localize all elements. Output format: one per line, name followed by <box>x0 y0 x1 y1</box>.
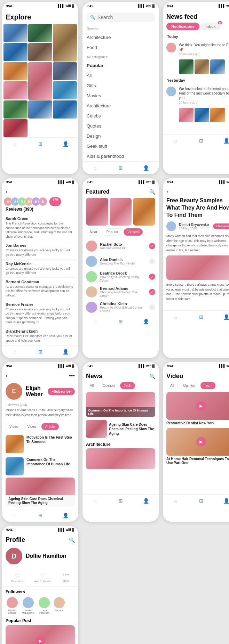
nav-home-2[interactable]: ⌂ <box>92 164 99 171</box>
back-button-elijah[interactable]: ‹ <box>6 373 7 379</box>
filter-popular[interactable]: Popular <box>103 228 122 236</box>
nav-grid-6[interactable]: ⊞ <box>198 313 205 320</box>
arch-banner[interactable] <box>86 448 155 469</box>
nav-grid-9[interactable]: ⊞ <box>198 497 205 504</box>
explore-thumb-2[interactable] <box>28 24 52 42</box>
explore-thumb-3[interactable] <box>53 24 77 62</box>
nav-grid-1[interactable]: ⊞ <box>37 140 44 147</box>
news-ageing-img[interactable] <box>86 420 107 438</box>
feed-img-6[interactable] <box>210 108 225 122</box>
search-bar[interactable]: 🔍 <box>86 13 155 22</box>
explore-thumb-13[interactable] <box>53 100 77 119</box>
nav-person-6[interactable]: 👤 <box>223 313 229 320</box>
video-filter-tech[interactable]: Tech <box>200 382 215 389</box>
news-banner-img[interactable]: Comment On The Importance Of Human Life <box>86 392 155 417</box>
video-filter-all[interactable]: All <box>166 382 178 389</box>
video-thumb-1[interactable]: ▶ <box>166 428 229 456</box>
nav-grid-7[interactable]: ⊞ <box>37 512 44 519</box>
cat-quotes[interactable]: Quotes <box>82 121 159 131</box>
nav-home-4[interactable]: ⌂ <box>11 348 18 355</box>
back-button-reviews[interactable]: ‹ <box>6 189 7 195</box>
feed-img-2[interactable] <box>195 59 209 74</box>
action-more[interactable]: ••• More <box>63 571 69 583</box>
nav-person-9[interactable]: 👤 <box>223 497 229 504</box>
nav-grid-8[interactable]: ⊞ <box>117 497 124 504</box>
video-thumb-0[interactable]: ▶ <box>166 392 229 420</box>
explore-thumb-14[interactable] <box>3 119 27 137</box>
nav-home-6[interactable]: ⌂ <box>172 313 179 320</box>
dollie-search-icon[interactable]: 🔍 <box>69 537 75 543</box>
nav-grid-2[interactable]: ⊞ <box>117 164 124 171</box>
explore-thumb-1[interactable] <box>3 24 27 42</box>
cat-architecture[interactable]: Architecture <box>82 101 159 111</box>
nav-home-5[interactable]: ⌂ <box>92 318 99 325</box>
nav-grid-5[interactable]: ⊞ <box>117 318 124 325</box>
cat-all[interactable]: All <box>82 71 159 81</box>
nav-grid-4[interactable]: ⊞ <box>37 348 44 355</box>
elijah-thumb-0[interactable] <box>6 435 24 453</box>
search-item-food[interactable]: Food <box>82 42 159 52</box>
tab-notifications[interactable]: Notifications <box>166 23 199 30</box>
nav-person-3[interactable]: 👤 <box>223 137 229 144</box>
explore-thumb-9[interactable] <box>3 81 27 99</box>
elijah-tab-article[interactable]: Article <box>41 423 59 430</box>
nav-home-8[interactable]: ⌂ <box>92 497 99 504</box>
explore-thumb-12[interactable] <box>28 100 52 119</box>
popular-post-img-1[interactable]: ▶ <box>6 625 75 644</box>
explore-thumb-8[interactable] <box>53 62 77 80</box>
featured-banner-2[interactable] <box>110 198 132 226</box>
cat-kids[interactable]: Kids & parenthood <box>82 151 159 161</box>
news-search-icon[interactable]: 🔍 <box>149 374 155 379</box>
feed-img-3[interactable] <box>210 59 225 74</box>
nav-person-8[interactable]: 👤 <box>143 497 150 504</box>
article-back[interactable]: ‹ <box>163 185 229 197</box>
cat-movies[interactable]: Movies <box>82 91 159 101</box>
nav-person-7[interactable]: 👤 <box>62 512 69 519</box>
explore-thumb-6[interactable] <box>3 62 27 80</box>
nav-person-1[interactable]: 👤 <box>62 140 69 147</box>
news-filter-all[interactable]: All <box>86 382 97 389</box>
popular-play-btn[interactable]: ▶ <box>35 636 45 644</box>
search-icon-featured[interactable]: 🔍 <box>149 189 155 195</box>
action-favorites[interactable]: ☆ Favorites <box>11 571 23 583</box>
action-add-health[interactable]: ♡ Add to Health <box>34 571 51 583</box>
search-item-architecture[interactable]: Architecture <box>82 32 159 42</box>
cat-geek[interactable]: Geek stuff <box>82 141 159 151</box>
cat-design[interactable]: Design <box>82 131 159 141</box>
nav-home-1[interactable]: ⌂ <box>11 140 18 147</box>
featured-banner-1[interactable] <box>86 198 108 226</box>
feed-img-1[interactable] <box>179 59 194 74</box>
nav-home-9[interactable]: ⌂ <box>172 497 179 504</box>
nav-person-4[interactable]: 👤 <box>62 348 69 355</box>
feed-img-5[interactable] <box>195 108 209 122</box>
nav-home-7[interactable]: ⌂ <box>11 512 18 519</box>
search-input[interactable] <box>97 15 158 20</box>
nav-person-2[interactable]: 👤 <box>143 164 150 171</box>
explore-thumb-4[interactable] <box>3 43 27 61</box>
more-button-elijah[interactable]: ••• <box>69 373 75 379</box>
elijah-tab-video1[interactable]: Video <box>6 423 22 430</box>
explore-thumb-10[interactable] <box>53 81 77 99</box>
explore-thumb-11[interactable] <box>3 100 27 119</box>
tab-inbox[interactable]: Inbox 8 <box>201 23 221 30</box>
explore-thumb-7[interactable] <box>28 62 52 100</box>
filter-near[interactable]: Near <box>86 228 101 236</box>
cat-popular[interactable]: Popular <box>82 60 159 71</box>
nav-home-3[interactable]: ⌂ <box>172 137 179 144</box>
news-filter-tech[interactable]: Tech <box>120 382 135 389</box>
play-button-1[interactable]: ▶ <box>196 437 206 447</box>
cat-gifts[interactable]: Gifts <box>82 81 159 91</box>
play-button-0[interactable]: ▶ <box>196 401 206 411</box>
elijah-subscribe-btn[interactable]: +Subscribe <box>48 388 75 395</box>
nav-person-5[interactable]: 👤 <box>143 318 150 325</box>
subscribe-button[interactable]: +Subscribe <box>213 223 229 229</box>
cat-celebs[interactable]: Celebs <box>82 111 159 121</box>
elijah-thumb-1[interactable] <box>6 457 24 475</box>
nav-grid-3[interactable]: ⊞ <box>198 137 205 144</box>
explore-thumb-5[interactable] <box>28 43 52 61</box>
featured-banner-3[interactable] <box>133 198 155 226</box>
news-filter-opinion[interactable]: Opinion <box>99 382 118 389</box>
filter-viewed[interactable]: Viewed <box>124 228 143 236</box>
elijah-tab-video2[interactable]: Video <box>23 423 40 430</box>
video-filter-opinion[interactable]: Opinion <box>179 382 199 389</box>
